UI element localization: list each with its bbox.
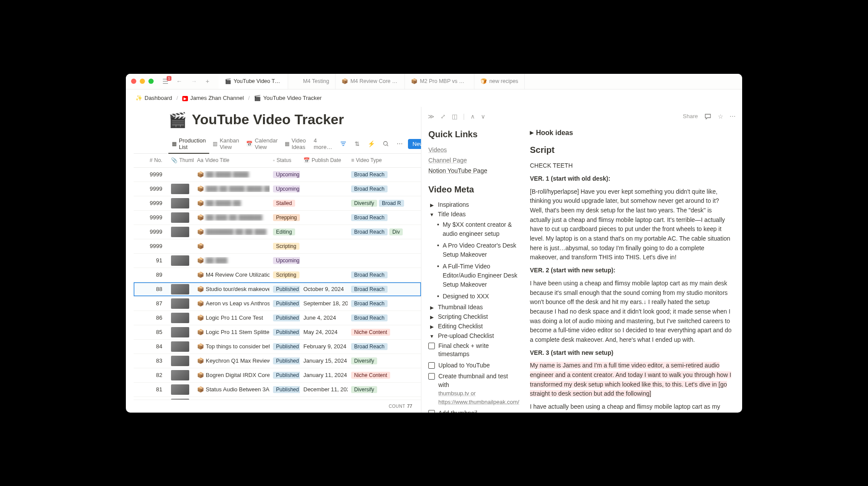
filter-icon[interactable]	[337, 139, 349, 149]
col-no[interactable]: #No.	[134, 157, 168, 163]
col-status[interactable]: ◦Status	[270, 157, 300, 163]
cell-type[interactable]: Broad Reach	[348, 214, 404, 221]
more-icon[interactable]: ⋯	[394, 139, 405, 149]
checkbox[interactable]	[428, 373, 435, 380]
cell-status[interactable]: Published	[270, 357, 300, 364]
script-text[interactable]: VER. 2 (start with new setup):	[530, 266, 732, 275]
toggle-section[interactable]: ▶Scripting Checklist	[428, 312, 519, 321]
cell-title[interactable]: 📦██ ███ ██ ██████	[194, 214, 270, 221]
script-text[interactable]: I have been using a cheap and flimsy mob…	[530, 279, 732, 345]
cell-title[interactable]: 📦Keychron Q1 Max Review	[194, 357, 270, 364]
quick-link[interactable]: Videos	[428, 145, 519, 155]
cell-status[interactable]: Published	[270, 286, 300, 293]
page-icon[interactable]: 🎬	[168, 111, 187, 129]
table-row[interactable]: +⋮⋮ 9999 📦 Scripting	[134, 239, 421, 254]
cell-status[interactable]: Upcoming	[270, 185, 300, 192]
tab[interactable]: 📦M4 Review Core Utili…	[335, 74, 405, 89]
cell-status[interactable]: Published	[270, 314, 300, 321]
cell-type[interactable]: Diversify Broad R	[348, 200, 404, 207]
new-tab-button[interactable]: +	[203, 77, 212, 86]
new-button[interactable]: New▾	[408, 139, 421, 149]
script-text[interactable]: My name is James and I'm a full time vid…	[530, 361, 732, 399]
cell-status[interactable]: Scripting	[270, 271, 300, 278]
cell-date[interactable]: May 24, 2024	[300, 329, 348, 335]
quick-link[interactable]: Notion YouTube Page	[428, 165, 519, 176]
view-tab[interactable]: ▦Video Ideas	[281, 135, 309, 154]
toggle-section[interactable]: ▶Editing Checklist	[428, 321, 519, 331]
forward-button[interactable]: →	[188, 77, 200, 86]
col-title[interactable]: AaVideo Title	[194, 157, 270, 163]
table-row[interactable]: +⋮⋮ 9999 📦██ ███ ██ ██████ Prepping Broa…	[134, 211, 421, 225]
table-row[interactable]: +⋮⋮ 9999 📦██ ████ ████ Upcoming Broad Re…	[134, 168, 421, 182]
cell-date[interactable]: February 9, 2024	[300, 343, 348, 350]
tab[interactable]: M4 Testing	[288, 74, 335, 89]
cell-title[interactable]: 📦M4 Review Core Utilization	[194, 271, 270, 278]
checklist-item[interactable]: Create thumbnail and test withthumbsup.t…	[428, 371, 519, 407]
toggle-section[interactable]: ▶Inspirations	[428, 200, 519, 209]
table-row[interactable]: +⋮⋮ 84 📦Top things to consider before be…	[134, 340, 421, 354]
toggle-section[interactable]: ▼Title Ideas	[428, 209, 519, 219]
view-tab[interactable]: ▥Kanban View	[209, 135, 243, 154]
cell-date[interactable]: October 9, 2024	[300, 286, 348, 292]
cell-status[interactable]: Prepping	[270, 214, 300, 221]
table-row[interactable]: +⋮⋮ 9999 📦███ ██ ████ ████ ████ Upcoming…	[134, 182, 421, 196]
cell-date[interactable]: January 15, 2024	[300, 357, 348, 364]
table-row[interactable]: +⋮⋮ 89 📦M4 Review Core Utilization Scrip…	[134, 268, 421, 282]
cell-title[interactable]: 📦██ ███	[194, 257, 270, 264]
bullet-item[interactable]: A Full-Time Video Editor/Audio Engineer …	[428, 261, 519, 291]
toggle-section[interactable]: ▼Pre-upload Checklist	[428, 331, 519, 341]
comments-icon[interactable]	[702, 111, 714, 122]
checklist-item[interactable]: Upload to YouTube	[428, 360, 519, 371]
breadcrumb-item[interactable]: 🎬YouTube Video Tracker	[252, 94, 323, 102]
checkbox[interactable]	[428, 343, 435, 349]
automation-icon[interactable]: ⚡	[365, 139, 378, 149]
checkbox[interactable]	[428, 362, 435, 369]
cell-date[interactable]: June 4, 2024	[300, 314, 348, 321]
checklist-item[interactable]: Add thumbnail	[428, 408, 519, 413]
bullet-item[interactable]: A Pro Video Creator's Desk Setup Makeove…	[428, 240, 519, 261]
back-button[interactable]: ←	[174, 77, 185, 86]
page-more-icon[interactable]: ⋯	[727, 111, 738, 122]
cell-status[interactable]: Stalled	[270, 200, 300, 207]
view-tab[interactable]: ▦Production List	[168, 135, 209, 154]
cell-date[interactable]: September 18, 2024	[300, 300, 348, 307]
table-row[interactable]: +⋮⋮ 85 📦Logic Pro 11 Stem Splitter vs Oz…	[134, 325, 421, 340]
hook-ideas-toggle[interactable]: ▶Hook ideas	[530, 126, 732, 140]
cell-type[interactable]: Broad Reach	[348, 185, 404, 192]
maximize-window[interactable]	[148, 79, 154, 84]
bullet-item[interactable]: My $XX content creator & audio engineer …	[428, 219, 519, 240]
cell-type[interactable]: Broad Reach	[348, 343, 404, 350]
table-row[interactable]: +⋮⋮ 88 📦Studio tour/desk makeover Publis…	[134, 282, 421, 297]
cell-type[interactable]: Broad Reach	[348, 271, 404, 278]
script-text[interactable]: I have actually been using a cheap and f…	[530, 402, 732, 412]
cell-type[interactable]: Broad Reach Div	[348, 228, 404, 235]
checklist-item[interactable]: Final check + write timestamps	[428, 341, 519, 360]
script-text[interactable]: CHECK TEETH	[530, 161, 732, 171]
table-row[interactable]: +⋮⋮ 87 📦Aeron vs Leap vs Anthros Publish…	[134, 297, 421, 311]
sidebar-toggle-icon[interactable]: ☰1	[161, 77, 170, 86]
quick-link[interactable]: Channel Page	[428, 155, 519, 165]
cell-date[interactable]: January 11, 2024	[300, 372, 348, 378]
table-row[interactable]: +⋮⋮ 82 📦Bogren Digital IRDX Core Review …	[134, 368, 421, 383]
table-row[interactable]: +⋮⋮ 9999 📦███████ ██ ██ ███ Editing Broa…	[134, 225, 421, 239]
bullet-item[interactable]: Designed to XXX	[428, 291, 519, 302]
table-row[interactable]: +⋮⋮ 83 📦Keychron Q1 Max Review Published…	[134, 354, 421, 368]
cell-title[interactable]: 📦███ ██ ████ ████ ████	[194, 185, 270, 192]
cell-title[interactable]: 📦███████ ██ ██ ███	[194, 228, 270, 235]
script-text[interactable]: VER. 1 (start with old desk):	[530, 174, 732, 184]
table-row[interactable]: +⋮⋮ 81 📦Status Audio Between 3ANC Publis…	[134, 383, 421, 397]
cell-title[interactable]: 📦██ ████ ████	[194, 171, 270, 178]
cell-status[interactable]: Published	[270, 300, 300, 307]
checkbox[interactable]	[428, 410, 435, 413]
cell-title[interactable]: 📦Logic Pro 11 Stem Splitter vs Ozone	[194, 329, 270, 335]
col-type[interactable]: ≡Video Type	[348, 157, 404, 163]
view-tab[interactable]: 📅Calendar View	[243, 135, 281, 154]
col-thumb[interactable]: 📎Thumb…	[168, 157, 194, 163]
cell-title[interactable]: 📦Studio tour/desk makeover	[194, 286, 270, 292]
cell-status[interactable]: Upcoming	[270, 171, 300, 178]
cell-type[interactable]: Diversify	[348, 386, 404, 393]
sort-icon[interactable]: ⇅	[352, 139, 362, 149]
search-icon[interactable]	[380, 139, 391, 149]
cell-title[interactable]: 📦Aeron vs Leap vs Anthros	[194, 300, 270, 307]
cell-date[interactable]: December 11, 2023	[300, 386, 348, 393]
